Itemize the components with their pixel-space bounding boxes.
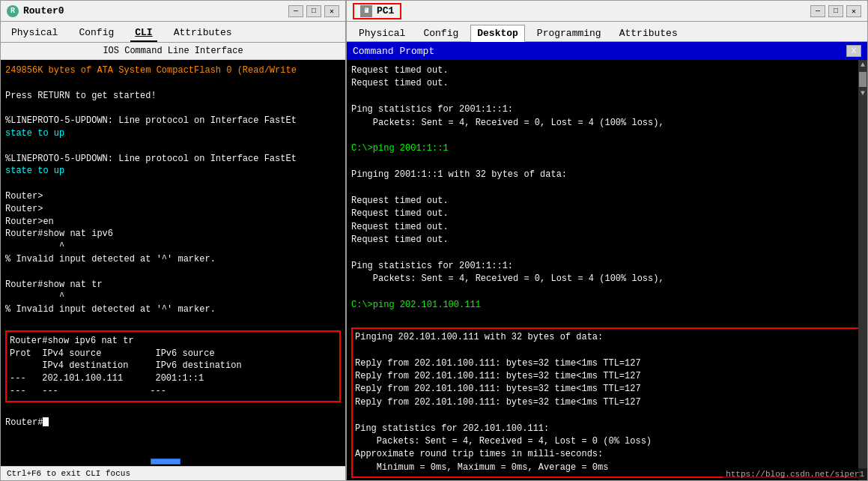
terminal-line: Request timed out. <box>351 195 863 208</box>
router-close-btn[interactable]: ✕ <box>324 5 339 17</box>
terminal-line: Router>en <box>5 216 341 229</box>
cmd-close-btn[interactable]: X <box>846 45 861 57</box>
terminal-line <box>351 130 863 142</box>
terminal-line: % Invalid input detected at '^' marker. <box>5 303 341 316</box>
pc-close-btn[interactable]: ✕ <box>846 5 861 17</box>
router-titlebar: R Router0 — □ ✕ <box>1 1 345 22</box>
terminal-line: --- 202.101.100.111 2001:1::1 <box>10 372 336 385</box>
terminal-line <box>5 266 341 279</box>
terminal-line: ^ <box>5 240 341 253</box>
terminal-line <box>5 316 341 329</box>
cmd-title-text: Command Prompt <box>353 46 434 57</box>
scroll-thumb[interactable] <box>859 72 867 87</box>
terminal-line <box>5 178 341 190</box>
terminal-line <box>5 102 341 115</box>
terminal-line <box>351 286 863 299</box>
pc-titlebar: 🖥 PC1 — □ ✕ <box>347 1 867 22</box>
terminal-line: Router> <box>5 203 341 216</box>
pc-maximize-btn[interactable]: □ <box>828 5 843 17</box>
terminal-line: %LINEPROTO-5-UPDOWN: Line protocol on In… <box>5 153 341 166</box>
pc-tab-config[interactable]: Config <box>417 25 464 41</box>
router-win-controls: — □ ✕ <box>288 5 339 17</box>
pc-title-text: PC1 <box>377 5 394 16</box>
terminal-line: Packets: Sent = 4, Received = 4, Lost = … <box>355 435 859 448</box>
pc-window: 🖥 PC1 — □ ✕ Physical Config Desktop Prog… <box>346 0 868 481</box>
terminal-line: Prot IPv4 source IPv6 source <box>10 348 336 360</box>
scroll-indicator <box>151 459 180 465</box>
pc-tab-attributes[interactable]: Attributes <box>613 25 684 41</box>
terminal-line: Router> <box>5 190 341 203</box>
router-title: R Router0 <box>7 5 64 17</box>
router-title-text: Router0 <box>23 5 64 16</box>
terminal-line: Router#show nat tr <box>5 279 341 291</box>
terminal-line: Press RETURN to get started! <box>5 90 341 103</box>
terminal-line <box>5 140 341 153</box>
router-tab-cli[interactable]: CLI <box>130 25 157 42</box>
pc-icon: 🖥 <box>360 5 372 17</box>
router-terminal[interactable]: 249856K bytes of ATA System CompactFlash… <box>1 60 345 466</box>
terminal-line: Request timed out. <box>351 234 863 246</box>
terminal-line: Ping statistics for 202.101.100.111: <box>355 423 859 435</box>
terminal-line: % Invalid input detected at '^' marker. <box>5 253 341 266</box>
terminal-line <box>351 156 863 169</box>
pc-highlighted-block: Pinging 202.101.100.111 with 32 bytes of… <box>351 327 863 478</box>
terminal-line: Router#show ipv6 nat tr <box>10 335 336 348</box>
terminal-line: Pinging 202.101.100.111 with 32 bytes of… <box>355 331 859 344</box>
terminal-line: Ping statistics for 2001:1::1: <box>351 260 863 273</box>
terminal-line: Router#show nat ipv6 <box>5 228 341 240</box>
pc-win-controls: — □ ✕ <box>810 5 861 17</box>
scrollbar[interactable]: ▲ ▼ <box>858 60 867 480</box>
watermark: https://blog.csdn.net/siper1 <box>723 468 867 480</box>
terminal-line <box>5 404 341 417</box>
cli-label: IOS Command Line Interface <box>1 43 345 60</box>
terminal-line: ^ <box>5 291 341 303</box>
router-icon: R <box>7 5 19 17</box>
terminal-line <box>351 182 863 195</box>
router-tabs: Physical Config CLI Attributes <box>1 22 345 43</box>
terminal-prompt[interactable]: Router# <box>5 417 341 429</box>
terminal-line: Request timed out. <box>351 208 863 220</box>
pc-tab-desktop[interactable]: Desktop <box>470 25 525 42</box>
terminal-line <box>355 409 859 422</box>
terminal-line <box>351 91 863 103</box>
terminal-line: Reply from 202.101.100.111: bytes=32 tim… <box>355 370 859 383</box>
terminal-line: Approximate round trip times in milli-se… <box>355 448 859 461</box>
pc-terminal[interactable]: Request timed out. Request timed out. Pi… <box>347 60 867 480</box>
terminal-line: Pinging 2001:1::1 with 32 bytes of data: <box>351 169 863 181</box>
terminal-line <box>351 312 863 324</box>
scroll-down[interactable]: ▼ <box>861 88 865 99</box>
router-maximize-btn[interactable]: □ <box>306 5 321 17</box>
terminal-line: Request timed out. <box>351 221 863 234</box>
terminal-line: C:\>ping 2001:1::1 <box>351 142 863 155</box>
router-tab-attributes[interactable]: Attributes <box>169 25 237 42</box>
terminal-line: Packets: Sent = 4, Received = 0, Lost = … <box>351 273 863 285</box>
terminal-line: %LINEPROTO-5-UPDOWN: Line protocol on In… <box>5 115 341 127</box>
terminal-line: state to up <box>5 165 341 178</box>
terminal-line: --- --- --- <box>10 385 336 398</box>
terminal-line <box>351 246 863 259</box>
pc-tab-physical[interactable]: Physical <box>353 25 411 41</box>
pc-title: 🖥 PC1 <box>353 3 401 19</box>
terminal-line: Reply from 202.101.100.111: bytes=32 tim… <box>355 357 859 370</box>
terminal-line: 249856K bytes of ATA System CompactFlash… <box>5 64 341 77</box>
terminal-line: Ping statistics for 2001:1::1: <box>351 103 863 116</box>
router-window: R Router0 — □ ✕ Physical Config CLI Attr… <box>0 0 346 481</box>
pc-tabs: Physical Config Desktop Programming Attr… <box>347 22 867 42</box>
terminal-line: IPv4 destination IPv6 destination <box>10 360 336 372</box>
pc-tab-programming[interactable]: Programming <box>531 25 607 41</box>
router-minimize-btn[interactable]: — <box>288 5 303 17</box>
router-footer: Ctrl+F6 to exit CLI focus <box>1 466 345 480</box>
terminal-line <box>355 344 859 357</box>
terminal-line <box>5 77 341 90</box>
cmd-titlebar: Command Prompt X <box>347 42 867 60</box>
terminal-line: Request timed out. <box>351 64 863 77</box>
terminal-line: state to up <box>5 127 341 140</box>
terminal-line: Request timed out. <box>351 77 863 90</box>
terminal-line: C:\>ping 202.101.100.111 <box>351 299 863 312</box>
scroll-up[interactable]: ▲ <box>861 60 865 70</box>
router-tab-physical[interactable]: Physical <box>7 25 62 42</box>
router-highlighted-block: Router#show ipv6 nat tr Prot IPv4 source… <box>5 330 341 402</box>
pc-minimize-btn[interactable]: — <box>810 5 825 17</box>
terminal-line: Reply from 202.101.100.111: bytes=32 tim… <box>355 396 859 409</box>
router-tab-config[interactable]: Config <box>74 25 118 42</box>
